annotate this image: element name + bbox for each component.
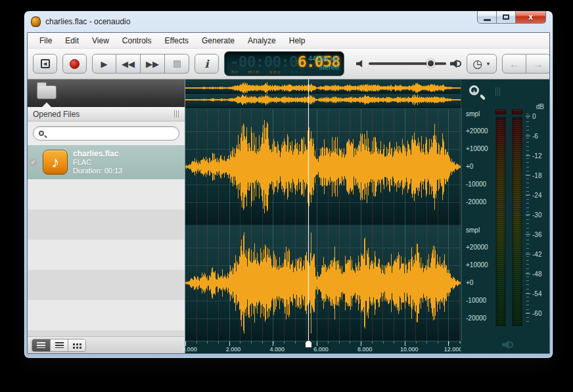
main-area: Opened Files ✓ ♪ charlies.flac FLAC Du	[28, 79, 549, 353]
view-detail-button[interactable]	[32, 339, 50, 351]
menu-item-analyze[interactable]: Analyze	[241, 34, 283, 47]
record-button[interactable]	[62, 54, 87, 74]
volume-low-icon	[356, 60, 365, 68]
menu-item-edit[interactable]: Edit	[58, 34, 85, 47]
waveform-overview[interactable]	[185, 79, 461, 109]
selected-tab-notch	[42, 102, 51, 107]
stop-button[interactable]	[165, 54, 189, 74]
amp-label: -20000	[466, 198, 486, 206]
opened-files-folder-icon[interactable]	[37, 85, 57, 99]
file-list-item[interactable]: ✓ ♪ charlies.flac FLAC Duration: 00:13	[28, 145, 185, 179]
db-tick: -36	[526, 231, 541, 238]
minimize-button[interactable]	[477, 11, 497, 24]
ruler-label: 4.000	[270, 346, 285, 353]
db-ticks: 0-6-12-18-24-30-36-42-48-54-60	[526, 114, 548, 326]
client-area: FileEditViewControlsEffectsGenerateAnaly…	[27, 32, 550, 354]
amp-label: smpl	[466, 227, 480, 234]
menu-item-help[interactable]: Help	[283, 34, 312, 47]
view-grid-button[interactable]	[68, 339, 85, 351]
skip-to-start-icon: ◄	[41, 59, 50, 68]
db-tick: -60	[526, 310, 541, 317]
ruler-label: 2.000	[226, 346, 241, 353]
title-bar[interactable]: charlies.flac - ocenaudio x	[24, 11, 553, 32]
fast-forward-button[interactable]: ▶▶	[141, 54, 165, 74]
ruler-label: 8.000	[357, 346, 373, 353]
search-input[interactable]	[48, 129, 173, 138]
clock-icon: ◷	[472, 58, 482, 70]
time-unit-labels: hr min sec smpl	[231, 69, 307, 75]
db-tick: -54	[526, 290, 541, 297]
file-format: FLAC	[73, 158, 122, 167]
amp-label: -20000	[466, 315, 486, 322]
ruler-tick	[448, 341, 449, 346]
search-icon	[39, 131, 44, 136]
ruler-tick	[185, 341, 186, 346]
meter-left	[495, 110, 506, 326]
view-mode-group	[32, 339, 86, 352]
play-icon: ▶	[101, 60, 108, 68]
info-icon: i	[204, 58, 208, 70]
forward-button[interactable]: →	[526, 54, 550, 74]
waveform-canvas[interactable]	[185, 109, 461, 341]
music-note-icon: ♪	[43, 150, 68, 175]
unit-smpl: smpl	[290, 69, 307, 75]
menu-item-view[interactable]: View	[85, 34, 116, 47]
amp-label: +0	[466, 279, 473, 286]
window-title: charlies.flac - ocenaudio	[45, 17, 130, 26]
back-button[interactable]: ←	[502, 54, 526, 74]
skip-to-start-button[interactable]: ◄	[33, 54, 57, 74]
window-controls: x	[477, 11, 546, 24]
db-scale: dB 0-6-12-18-24-30-36-42-48-54-60	[526, 103, 548, 326]
list-icon	[55, 342, 64, 348]
close-button[interactable]: x	[516, 11, 546, 24]
zoom-in-icon[interactable]: +	[469, 85, 479, 95]
panel-title-bar: Opened Files	[28, 107, 185, 121]
waveform-panel[interactable]: 0.0002.0004.0006.0008.00010.00012.000	[185, 79, 461, 353]
stop-icon	[173, 60, 181, 68]
volume-control	[356, 59, 461, 68]
meter-grip-icon[interactable]	[495, 87, 501, 96]
play-button[interactable]: ▶	[92, 54, 116, 74]
amp-label: -10000	[466, 181, 486, 188]
amplitude-scale: smpl+20000+10000+0-10000-20000smpl+20000…	[461, 108, 490, 340]
sample-rate: 44100 Hz	[308, 54, 339, 63]
menu-item-effects[interactable]: Effects	[158, 34, 195, 47]
search-row	[28, 121, 185, 145]
menu-item-file[interactable]: File	[33, 34, 58, 47]
history-clock-button[interactable]: ◷▼	[467, 54, 497, 74]
volume-slider-knob[interactable]	[426, 59, 435, 68]
info-button[interactable]: i	[195, 54, 219, 74]
amp-scale-channel-1: smpl+20000+10000+0-10000-20000	[461, 108, 490, 224]
search-box[interactable]	[33, 126, 179, 141]
ruler-label: 0.000	[182, 346, 197, 353]
ruler-tick	[273, 341, 273, 346]
toolbar: ◄ ▶ ◀◀ ▶▶ i -00:00:06.058 hr min sec smp…	[28, 49, 549, 79]
menu-bar: FileEditViewControlsEffectsGenerateAnaly…	[28, 33, 549, 49]
playhead-line[interactable]	[308, 79, 309, 341]
menu-item-generate[interactable]: Generate	[195, 34, 241, 47]
unit-sec: sec	[269, 69, 281, 75]
ruler-tick	[361, 341, 361, 346]
rewind-button[interactable]: ◀◀	[116, 54, 141, 74]
panel-grip-icon[interactable]	[174, 110, 179, 118]
time-ruler[interactable]: 0.0002.0004.0006.0008.00010.00012.000	[185, 341, 461, 354]
clip-indicator-left[interactable]	[495, 110, 506, 114]
meter-bar-left	[495, 117, 506, 326]
amp-label: -10000	[466, 297, 486, 304]
record-icon	[70, 59, 80, 69]
menu-item-controls[interactable]: Controls	[116, 34, 158, 47]
time-display: -00:00:06.058 hr min sec smpl 44100 Hz s…	[224, 51, 344, 76]
db-tick: -42	[526, 251, 541, 258]
maximize-button[interactable]	[497, 11, 516, 24]
db-tick: 0	[526, 113, 536, 120]
view-list-button[interactable]	[50, 339, 68, 351]
fast-forward-icon: ▶▶	[146, 60, 159, 68]
app-icon	[31, 16, 41, 27]
clip-indicator-right[interactable]	[512, 110, 522, 114]
amp-scale-channel-2: smpl+20000+10000+0-10000-20000	[461, 225, 490, 340]
monitor-speaker-icon[interactable]	[502, 340, 513, 349]
meter-right	[512, 110, 522, 326]
volume-slider[interactable]	[369, 62, 446, 65]
unit-hr: hr	[231, 69, 239, 75]
sidebar-footer	[28, 336, 185, 353]
